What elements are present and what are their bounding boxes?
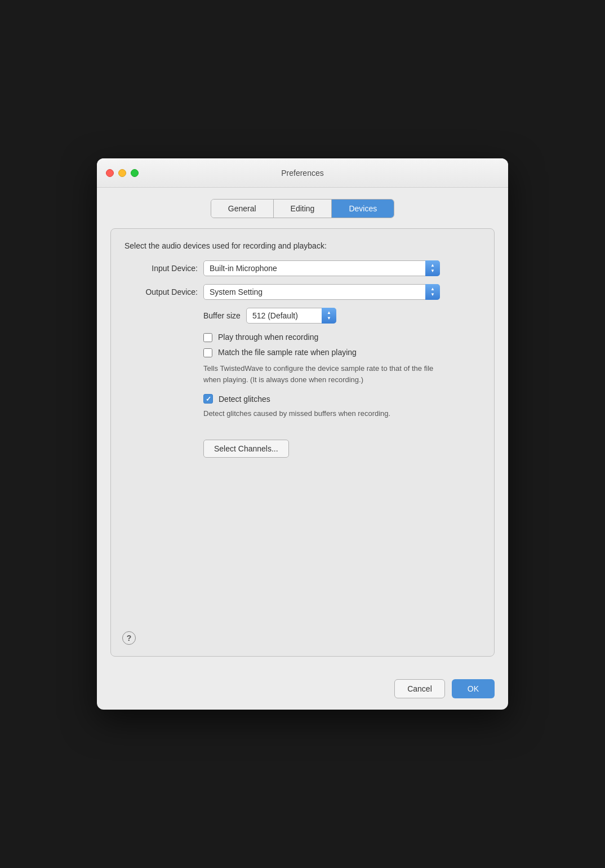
input-device-label: Input Device: — [124, 264, 198, 273]
buffer-size-row: Buffer size 512 (Default) — [203, 308, 481, 324]
buffer-size-select[interactable]: 512 (Default) — [246, 308, 336, 324]
titlebar: Preferences — [97, 158, 508, 188]
ok-button[interactable]: OK — [452, 679, 495, 698]
close-button[interactable] — [106, 169, 114, 177]
tabs-row: General Editing Devices — [110, 199, 495, 218]
cancel-button[interactable]: Cancel — [394, 679, 445, 698]
match-sample-rate-checkbox[interactable] — [203, 348, 212, 357]
panel-description: Select the audio devices used for record… — [124, 241, 481, 250]
minimize-button[interactable] — [118, 169, 126, 177]
zoom-button[interactable] — [131, 169, 139, 177]
output-device-select-wrapper: System Setting — [203, 284, 440, 300]
devices-panel: Select the audio devices used for record… — [110, 228, 495, 657]
tab-general[interactable]: General — [211, 200, 274, 218]
preferences-window: Preferences General Editing Devices Sele… — [97, 158, 508, 710]
buffer-size-label: Buffer size — [203, 311, 241, 320]
play-through-label: Play through when recording — [218, 333, 318, 342]
output-device-select[interactable]: System Setting — [203, 284, 440, 300]
detect-glitches-checkbox[interactable] — [203, 394, 213, 404]
select-channels-button[interactable]: Select Channels... — [203, 440, 289, 458]
detect-glitches-label: Detect glitches — [219, 395, 270, 404]
traffic-lights — [106, 169, 139, 177]
match-sample-rate-label: Match the file sample rate when playing — [218, 348, 357, 357]
play-through-checkbox[interactable] — [203, 333, 212, 342]
output-device-row: Output Device: System Setting — [124, 284, 481, 300]
tab-devices[interactable]: Devices — [332, 200, 394, 218]
match-sample-rate-hint: Tells TwistedWave to configure the devic… — [203, 363, 446, 385]
buffer-size-select-wrapper: 512 (Default) — [246, 308, 336, 324]
detect-glitches-hint: Detect glitches caused by missed buffers… — [203, 408, 446, 419]
help-button[interactable]: ? — [122, 631, 136, 645]
input-device-select-wrapper: Built-in Microphone — [203, 260, 440, 276]
play-through-row: Play through when recording — [203, 333, 481, 342]
output-device-label: Output Device: — [124, 287, 198, 296]
input-device-select[interactable]: Built-in Microphone — [203, 260, 440, 276]
window-title: Preferences — [281, 169, 323, 178]
window-content: General Editing Devices Select the audio… — [97, 188, 508, 670]
detect-glitches-row: Detect glitches — [203, 394, 481, 404]
input-device-row: Input Device: Built-in Microphone — [124, 260, 481, 276]
tab-editing[interactable]: Editing — [274, 200, 332, 218]
tab-group: General Editing Devices — [211, 199, 394, 218]
footer: Cancel OK — [97, 670, 508, 710]
match-sample-rate-row: Match the file sample rate when playing — [203, 348, 481, 357]
